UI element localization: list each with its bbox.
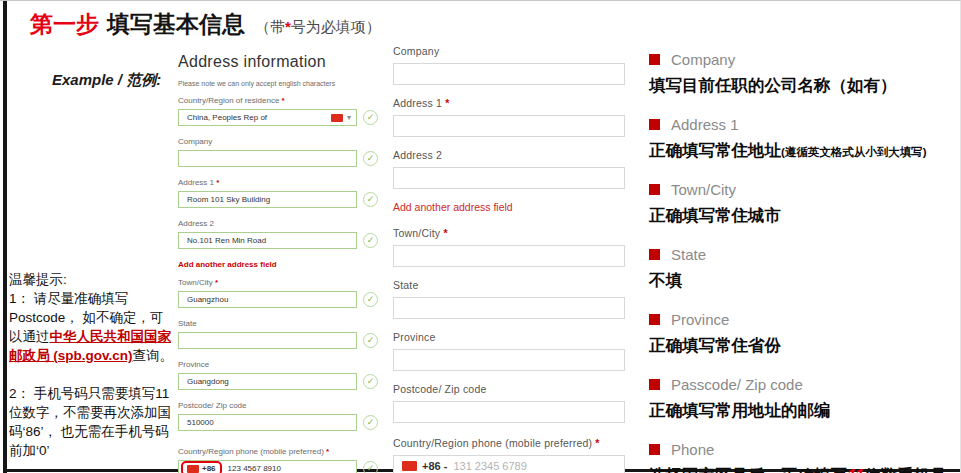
english-characters-note: Please note we can only accept english c…	[178, 80, 378, 87]
guide-description: 选择国家区号后，正确填写11位数手机号码	[649, 465, 954, 473]
dial-code-prefix: +86	[181, 461, 222, 473]
form-field: Address 2 No.101 Ren Min Road ▾ ✓	[178, 219, 378, 249]
guide-description: 填写目前任职的公司名称（如有）	[649, 75, 954, 97]
highlight-number: 11	[847, 466, 864, 473]
field-label: Country/Region phone (mobile preferred) …	[393, 437, 633, 449]
required-asterisk: *	[324, 447, 329, 456]
text-input[interactable]: ▾	[393, 115, 625, 137]
field-label: Postcode/ Zip code	[393, 383, 633, 395]
text-input[interactable]: No.101 Ren Min Road ▾	[178, 232, 357, 249]
form-field: Province ▾	[393, 331, 633, 371]
form-field: State ▾ ✓	[178, 319, 378, 349]
add-another-address-link[interactable]: Add another address field	[393, 201, 633, 213]
guide-term: State	[671, 246, 706, 263]
form-field: Country/Region phone (mobile preferred) …	[393, 437, 633, 473]
field-label: State	[178, 319, 378, 328]
field-label: Country/Region of residence *	[178, 96, 378, 105]
input-value: No.101 Ren Min Road	[187, 236, 351, 245]
guide-description: 正确填写常用地址的邮编	[649, 400, 954, 422]
phone-input[interactable]: +86 123 4567 8910 ▾	[178, 460, 357, 473]
guide-description: 正确填写常住地址(遵循英文格式从小到大填写)	[649, 140, 954, 162]
text-input[interactable]: 510000 ▾	[178, 414, 357, 431]
guide-item: Company 填写目前任职的公司名称（如有）	[649, 51, 954, 97]
field-guide-column: Company 填写目前任职的公司名称（如有） Address 1 正确填写常住…	[649, 51, 954, 473]
field-label: Address 1 *	[393, 97, 633, 109]
guide-term: Passcode/ Zip code	[671, 376, 803, 393]
input-value: China, Peoples Rep of	[187, 113, 327, 122]
tips-block: 温馨提示: 1： 请尽量准确填写Postcode， 如不确定，可以通过中华人民共…	[9, 270, 173, 460]
form-field: Country/Region of residence * China, Peo…	[178, 96, 378, 126]
red-square-bullet	[649, 184, 660, 195]
country-select[interactable]: China, Peoples Rep of ▾	[178, 109, 357, 126]
text-input[interactable]: ▾	[393, 63, 625, 85]
text-input[interactable]: ▾	[178, 150, 357, 167]
red-square-bullet	[649, 444, 660, 455]
china-flag-icon	[402, 461, 417, 471]
form-field: Postcode/ Zip code ▾	[393, 383, 633, 423]
form-field: Address 1 * ▾	[393, 97, 633, 137]
form-field: Town/City * Guangzhou ▾ ✓	[178, 278, 378, 308]
guide-term: Town/City	[671, 181, 736, 198]
field-label: Company	[393, 45, 633, 57]
text-input[interactable]: ▾	[393, 167, 625, 189]
text-input[interactable]: Room 101 Sky Building ▾	[178, 191, 357, 208]
form-field: Address 2 ▾	[393, 149, 633, 189]
text-input[interactable]: ▾	[178, 332, 357, 349]
field-label: Province	[178, 360, 378, 369]
red-square-bullet	[649, 314, 660, 325]
guide-item: Passcode/ Zip code 正确填写常用地址的邮编	[649, 376, 954, 422]
title-text: 填写基本信息	[107, 11, 245, 37]
address-information-heading: Address information	[178, 53, 378, 71]
text-input[interactable]: Guangzhou ▾	[178, 291, 357, 308]
red-square-bullet	[649, 54, 660, 65]
guide-description-small: (遵循英文格式从小到大填写)	[781, 146, 927, 158]
form-field: Country/Region phone (mobile preferred) …	[178, 447, 378, 473]
text-input[interactable]: ▾	[393, 401, 625, 423]
example-form-column: Address information Please note we can o…	[178, 53, 378, 473]
blank-form-column: Company ▾ Address 1 * ▾ Address 2	[393, 45, 633, 473]
china-flag-icon	[331, 114, 343, 122]
text-input[interactable]: ▾	[393, 245, 625, 267]
form-field: Province Guangdong ▾ ✓	[178, 360, 378, 390]
guide-term: Province	[671, 311, 729, 328]
china-flag-icon	[187, 465, 199, 473]
red-square-bullet	[649, 249, 660, 260]
valid-check-icon: ✓	[363, 192, 378, 207]
text-input[interactable]: ▾	[393, 349, 625, 371]
field-label: Province	[393, 331, 633, 343]
field-label: Postcode/ Zip code	[178, 401, 378, 410]
guide-description: 不填	[649, 270, 954, 292]
guide-term: Address 1	[671, 116, 739, 133]
text-input[interactable]: Guangdong ▾	[178, 373, 357, 390]
tip-postcode: 1： 请尽量准确填写Postcode， 如不确定，可以通过中华人民共和国国家邮政…	[9, 289, 173, 365]
valid-check-icon: ✓	[363, 461, 378, 473]
form-field: State ▾	[393, 279, 633, 319]
example-caption: Example / 范例:	[52, 71, 161, 90]
required-asterisk: *	[440, 227, 447, 239]
input-value: Room 101 Sky Building	[187, 195, 351, 204]
guide-description: 正确填写常住城市	[649, 205, 954, 227]
required-asterisk: *	[592, 437, 599, 449]
tip-phone: 2： 手机号码只需要填写11 位数字，不需要再次添加国码‘86’， 也无需在手机…	[9, 384, 173, 460]
tips-heading: 温馨提示:	[9, 270, 173, 289]
field-label: Town/City *	[393, 227, 633, 239]
field-label: Country/Region phone (mobile preferred) …	[178, 447, 378, 456]
add-another-address-link[interactable]: Add another address field	[178, 260, 378, 269]
field-label: Town/City *	[178, 278, 378, 287]
red-square-bullet	[649, 379, 660, 390]
input-value: 131 2345 6789	[453, 460, 526, 472]
input-value: 510000	[187, 418, 351, 427]
field-label: Address 2	[393, 149, 633, 161]
field-label: Address 1 *	[178, 178, 378, 187]
guide-description: 正确填写常住省份	[649, 335, 954, 357]
required-asterisk: *	[213, 278, 218, 287]
text-input[interactable]: ▾	[393, 297, 625, 319]
title-note: （带*号为必填项）	[255, 18, 381, 35]
form-field: Town/City * ▾	[393, 227, 633, 267]
guide-item: Address 1 正确填写常住地址(遵循英文格式从小到大填写)	[649, 116, 954, 162]
chevron-down-icon: ▾	[347, 113, 351, 122]
left-border	[3, 1, 7, 473]
form-field: Address 1 * Room 101 Sky Building ▾ ✓	[178, 178, 378, 208]
input-value: Guangzhou	[187, 295, 351, 304]
phone-input[interactable]: +86 - 131 2345 6789 ▾	[393, 455, 625, 473]
